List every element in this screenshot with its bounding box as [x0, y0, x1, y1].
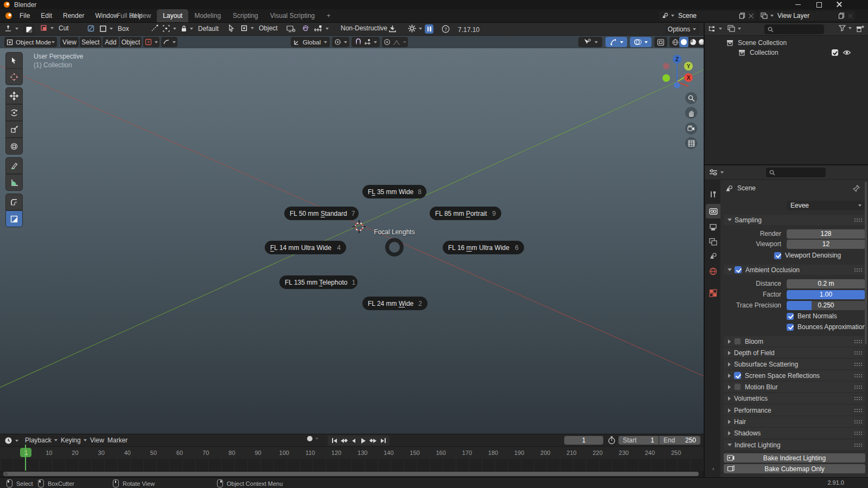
- properties-editor-type-button[interactable]: [709, 169, 724, 176]
- editor-type-button[interactable]: [4, 24, 18, 33]
- play-reverse-button[interactable]: [349, 436, 359, 446]
- pie-menu-item[interactable]: FL 50 mm Standard7: [284, 207, 359, 220]
- drag-dots-icon[interactable]: [854, 408, 862, 412]
- close-button[interactable]: [837, 2, 842, 7]
- ao-distance-field[interactable]: 0.2 m: [787, 279, 865, 288]
- section-screen-space-reflections[interactable]: Screen Space Reflections: [724, 370, 865, 381]
- bake-cubemap-only-button[interactable]: Bake Cubemap Only: [724, 464, 865, 473]
- section-performance[interactable]: Performance: [724, 405, 865, 415]
- drag-dots-icon[interactable]: [854, 396, 862, 400]
- bounces-approximation-row[interactable]: Bounces Approximation: [787, 323, 866, 331]
- keying-menu[interactable]: Keying: [61, 434, 87, 446]
- viewport-denoising-row[interactable]: Viewport Denoising: [774, 251, 841, 260]
- pie-menu-item[interactable]: FL 24 mm Wide2: [362, 297, 427, 310]
- current-frame-field[interactable]: 1: [564, 436, 603, 445]
- drag-dots-icon[interactable]: [854, 339, 862, 343]
- section-subsurface-scattering[interactable]: Subsurface Scattering: [724, 359, 865, 369]
- menu-render[interactable]: Render: [58, 9, 90, 22]
- collection-checkbox[interactable]: [832, 49, 838, 56]
- drag-dots-icon[interactable]: [854, 362, 862, 366]
- cut-shape-dropdown[interactable]: Cut: [40, 24, 69, 32]
- stopwatch-icon[interactable]: [608, 436, 616, 445]
- checkbox-checked-icon[interactable]: [787, 313, 794, 320]
- section-hair[interactable]: Hair: [724, 416, 865, 427]
- properties-search-input[interactable]: [766, 168, 826, 177]
- maximize-button[interactable]: [816, 2, 822, 8]
- play-button[interactable]: [359, 436, 368, 446]
- help-icon[interactable]: ?: [442, 25, 450, 33]
- jump-to-end-button[interactable]: [378, 436, 388, 446]
- timeline-track-area[interactable]: [0, 459, 704, 471]
- collection-visibility-toggle[interactable]: [843, 49, 851, 57]
- outliner-editor-type-button[interactable]: [708, 25, 722, 33]
- checkbox-checked-icon[interactable]: [734, 372, 741, 379]
- jump-to-start-button[interactable]: [329, 436, 339, 446]
- next-keyframe-button[interactable]: [368, 436, 378, 446]
- properties-scrollbar[interactable]: [865, 182, 867, 344]
- outliner-row-scene-collection[interactable]: Scene Collection: [726, 38, 787, 48]
- drag-dots-icon[interactable]: [854, 431, 862, 435]
- tab-render-active[interactable]: [706, 204, 720, 219]
- add-workspace-button[interactable]: +: [321, 9, 336, 22]
- tab-tool[interactable]: [706, 188, 719, 201]
- blender-menu-icon[interactable]: [4, 12, 13, 20]
- section-ambient-occlusion[interactable]: Ambient Occlusion: [724, 265, 865, 275]
- pie-menu-item[interactable]: FL 85 mm Portrait9: [430, 207, 501, 220]
- ao-trace-precision-slider[interactable]: 0.250: [787, 301, 865, 310]
- drag-dots-icon[interactable]: [854, 218, 862, 222]
- tab-texture[interactable]: [706, 286, 719, 299]
- tab-view-layer[interactable]: [706, 235, 719, 248]
- checkbox-unchecked-icon[interactable]: [734, 383, 741, 390]
- import-download-icon[interactable]: [388, 25, 397, 33]
- settings-dropdown[interactable]: [408, 24, 422, 33]
- timeline-scrollbar[interactable]: [3, 472, 699, 476]
- checkbox-checked-icon[interactable]: [774, 252, 781, 259]
- start-frame-field[interactable]: Start 1: [618, 436, 659, 445]
- minimize-button[interactable]: [795, 4, 801, 5]
- section-motion-blur[interactable]: Motion Blur: [724, 382, 865, 392]
- section-depth-of-field[interactable]: Depth of Field: [724, 348, 865, 358]
- drag-dots-icon[interactable]: [854, 443, 862, 447]
- section-volumetrics[interactable]: Volumetrics: [724, 393, 865, 403]
- playhead-line[interactable]: [25, 445, 26, 471]
- render-engine-dropdown[interactable]: Eevee: [787, 201, 865, 210]
- bent-normals-row[interactable]: Bent Normals: [787, 312, 837, 320]
- ao-factor-slider[interactable]: 1.00: [787, 290, 865, 299]
- checkbox-checked-icon[interactable]: [735, 266, 742, 273]
- checkbox-unchecked-icon[interactable]: [734, 338, 741, 345]
- menu-file[interactable]: File: [14, 9, 35, 22]
- sampling-viewport-field[interactable]: 12: [787, 240, 865, 249]
- drag-dots-icon[interactable]: [854, 351, 862, 355]
- view-layer-selector[interactable]: View Layer: [758, 11, 855, 21]
- marker-menu[interactable]: Marker: [107, 434, 127, 446]
- tab-world[interactable]: [706, 265, 719, 278]
- drag-dots-icon[interactable]: [854, 374, 862, 377]
- tab-visual-scripting[interactable]: Visual Scripting: [264, 9, 321, 22]
- tab-scene[interactable]: [706, 249, 719, 262]
- shape-group[interactable]: Box: [87, 24, 129, 33]
- outliner-row-collection[interactable]: Collection: [738, 48, 778, 57]
- pin-icon[interactable]: [853, 185, 860, 192]
- behavior-group[interactable]: Default: [151, 24, 219, 33]
- copy-icon[interactable]: [739, 12, 745, 19]
- drag-dots-icon[interactable]: [854, 268, 862, 272]
- display-link-icon[interactable]: [286, 25, 296, 33]
- new-collection-button[interactable]: [856, 25, 864, 34]
- end-frame-field[interactable]: End 250: [659, 436, 700, 445]
- section-indirect-lighting[interactable]: Indirect Lighting: [724, 440, 865, 450]
- operation-dropdown[interactable]: Non-Destructive: [341, 24, 393, 32]
- options-button[interactable]: Options: [665, 24, 699, 34]
- auto-keying-group[interactable]: [307, 436, 318, 441]
- pie-menu-item[interactable]: FL 135 mm Telephoto1: [279, 275, 358, 289]
- tab-scripting[interactable]: Scripting: [227, 9, 264, 22]
- section-shadows[interactable]: Shadows: [724, 428, 865, 438]
- menu-edit[interactable]: Edit: [35, 9, 58, 22]
- playback-menu[interactable]: Playback: [25, 434, 58, 446]
- scene-selector[interactable]: Scene: [659, 11, 756, 21]
- sort-snap-group[interactable]: [302, 24, 329, 33]
- outliner-filter-button[interactable]: [839, 25, 852, 31]
- section-sampling[interactable]: Sampling: [724, 215, 865, 225]
- pause-button[interactable]: [425, 24, 433, 34]
- outliner-search-input[interactable]: [764, 24, 824, 34]
- previous-keyframe-button[interactable]: [339, 436, 349, 446]
